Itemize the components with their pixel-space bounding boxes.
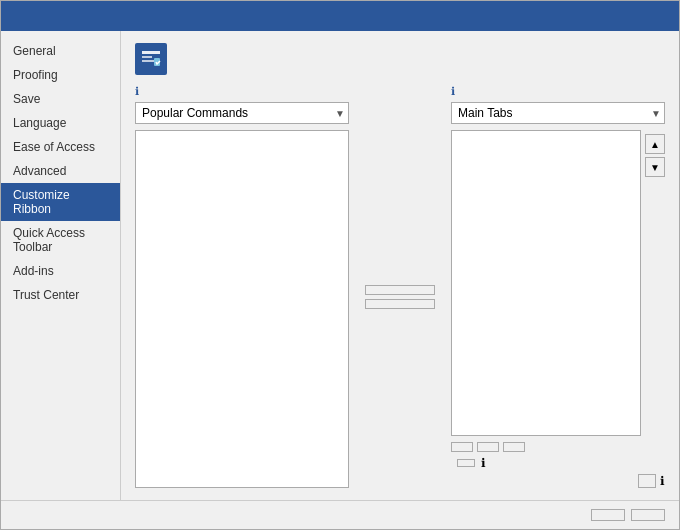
- new-buttons: [451, 442, 525, 452]
- commands-list[interactable]: [135, 130, 349, 488]
- help-button[interactable]: [633, 8, 649, 24]
- sidebar-item-proofing[interactable]: Proofing: [1, 63, 120, 87]
- customize-ribbon-label: ℹ: [451, 85, 665, 98]
- middle-buttons: [359, 105, 441, 488]
- choose-commands-dropdown-wrap: Popular Commands All Commands Commands N…: [135, 102, 349, 124]
- ribbon-dropdown[interactable]: Main Tabs Tool Tabs All Tabs: [451, 102, 665, 124]
- close-button[interactable]: [653, 8, 669, 24]
- choose-commands-info-icon[interactable]: ℹ: [135, 85, 139, 97]
- sidebar-item-ease-of-access[interactable]: Ease of Access: [1, 135, 120, 159]
- sidebar-item-add-ins[interactable]: Add-ins: [1, 259, 120, 283]
- dialog-footer: [1, 500, 679, 529]
- right-list-wrap: ▲ ▼: [451, 130, 665, 436]
- ok-button[interactable]: [591, 509, 625, 521]
- powerpoint-options-dialog: GeneralProofingSaveLanguageEase of Acces…: [0, 0, 680, 530]
- import-export-info-icon[interactable]: ℹ: [660, 474, 665, 488]
- svg-rect-2: [142, 60, 156, 62]
- svg-rect-0: [142, 51, 160, 54]
- ribbon-dropdown-wrap: Main Tabs Tool Tabs All Tabs ▼: [451, 102, 665, 124]
- sidebar-item-trust-center[interactable]: Trust Center: [1, 283, 120, 307]
- title-bar-controls: [633, 8, 669, 24]
- reset-button[interactable]: [457, 459, 475, 467]
- ribbon-items-list[interactable]: [451, 130, 641, 436]
- cancel-button[interactable]: [631, 509, 665, 521]
- move-down-button[interactable]: ▼: [645, 157, 665, 177]
- sidebar-item-general[interactable]: General: [1, 39, 120, 63]
- remove-button[interactable]: [365, 299, 435, 309]
- main-header: [135, 43, 665, 75]
- main-area: ℹ Popular Commands All Commands Commands…: [121, 31, 679, 500]
- sidebar-item-language[interactable]: Language: [1, 111, 120, 135]
- sidebar: GeneralProofingSaveLanguageEase of Acces…: [1, 31, 121, 500]
- rename-button[interactable]: [503, 442, 525, 452]
- sidebar-item-customize-ribbon[interactable]: Customize Ribbon: [1, 183, 120, 221]
- right-bottom-buttons: [451, 442, 665, 452]
- add-button[interactable]: [365, 285, 435, 295]
- import-export-button[interactable]: [638, 474, 656, 488]
- right-side-arrows: ▲ ▼: [645, 130, 665, 436]
- move-up-button[interactable]: ▲: [645, 134, 665, 154]
- right-panel: ℹ Main Tabs Tool Tabs All Tabs ▼: [451, 85, 665, 488]
- dialog-body: GeneralProofingSaveLanguageEase of Acces…: [1, 31, 679, 500]
- sidebar-item-save[interactable]: Save: [1, 87, 120, 111]
- sidebar-item-quick-access-toolbar[interactable]: Quick Access Toolbar: [1, 221, 120, 259]
- new-tab-button[interactable]: [451, 442, 473, 452]
- customize-ribbon-info-icon[interactable]: ℹ: [451, 85, 455, 97]
- new-group-button[interactable]: [477, 442, 499, 452]
- reset-info-icon[interactable]: ℹ: [481, 456, 486, 470]
- left-panel: ℹ Popular Commands All Commands Commands…: [135, 85, 349, 488]
- sidebar-item-advanced[interactable]: Advanced: [1, 159, 120, 183]
- two-columns: ℹ Popular Commands All Commands Commands…: [135, 85, 665, 488]
- choose-commands-dropdown[interactable]: Popular Commands All Commands Commands N…: [135, 102, 349, 124]
- import-export-row: ℹ: [451, 474, 665, 488]
- choose-commands-label: ℹ: [135, 85, 349, 98]
- customize-ribbon-icon: [135, 43, 167, 75]
- title-bar: [1, 1, 679, 31]
- svg-rect-1: [142, 56, 152, 58]
- customizations-row: ℹ: [451, 456, 665, 470]
